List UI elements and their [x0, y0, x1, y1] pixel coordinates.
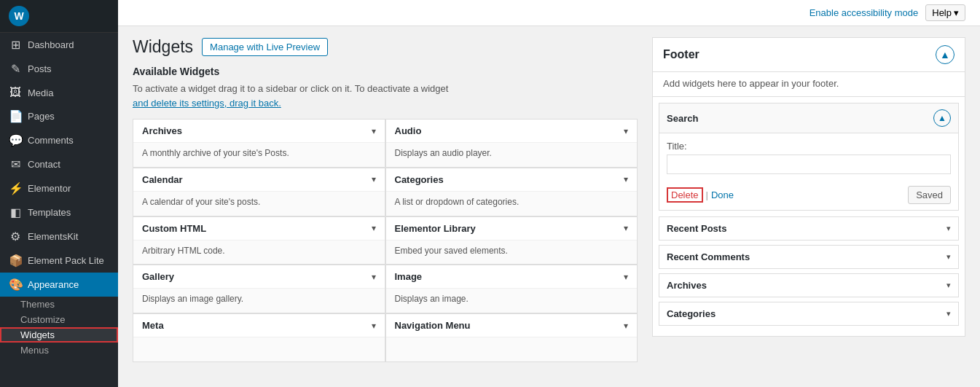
sidebar-item-label: Dashboard	[28, 39, 74, 50]
widget-toggle-icon[interactable]: ▾	[624, 272, 628, 282]
sidebar-item-label: Element Pack Lite	[28, 255, 104, 266]
footer-collapse-button[interactable]: ▲	[936, 45, 954, 64]
elementpack-icon: 📦	[9, 254, 22, 267]
search-widget-expanded: Search ▲ Title: Delete | Done Saved	[659, 103, 959, 211]
sidebar-item-elementor[interactable]: ⚡ Elementor	[0, 176, 118, 200]
title-field-label: Title:	[667, 141, 951, 152]
widget-toggle-icon[interactable]: ▾	[624, 126, 628, 136]
live-preview-button[interactable]: Manage with Live Preview	[202, 38, 328, 56]
widget-toggle-icon[interactable]: ▾	[372, 272, 376, 282]
appearance-icon: 🎨	[9, 278, 22, 292]
widget-navigation-menu: Navigation Menu ▾	[385, 313, 638, 362]
search-widget-footer: Delete | Done Saved	[659, 181, 958, 210]
sidebar-item-comments[interactable]: 💬 Comments	[0, 128, 118, 152]
page-content: Widgets Manage with Live Preview Availab…	[118, 26, 980, 373]
dashboard-icon: ⊞	[9, 38, 22, 52]
pipe-separator: |	[706, 189, 708, 200]
search-widget-header: Search ▲	[659, 103, 958, 133]
sidebar-item-elementskit[interactable]: ⚙ ElementsKit	[0, 224, 118, 249]
footer-widget-row[interactable]: Archives ▾	[659, 274, 958, 297]
wp-logo-icon: W	[9, 6, 29, 26]
widget-toggle-icon[interactable]: ▾	[624, 321, 628, 331]
widget-calendar: Calendar ▾ A calendar of your site's pos…	[133, 168, 385, 216]
widget-header[interactable]: Navigation Menu ▾	[386, 314, 638, 337]
footer-desc: Add widgets here to appear in your foote…	[653, 72, 965, 97]
media-icon: 🖼	[9, 86, 22, 99]
sidebar: W ⊞ Dashboard ✎ Posts 🖼 Media 📄 Pages 💬 …	[0, 0, 118, 387]
widget-archives: Archives ▾ A monthly archive of your sit…	[133, 119, 385, 168]
widget-header[interactable]: Meta ▾	[133, 314, 385, 337]
widget-header[interactable]: Elementor Library ▾	[386, 217, 638, 241]
widget-header[interactable]: Archives ▾	[133, 120, 385, 143]
widget-header[interactable]: Categories ▾	[386, 168, 638, 192]
footer-widget-row[interactable]: Recent Comments ▾	[659, 246, 958, 268]
sidebar-sub-customize[interactable]: Customize	[0, 312, 118, 327]
footer-widget-recent-comments: Recent Comments ▾	[659, 245, 959, 269]
widget-elementor-library: Elementor Library ▾ Embed your saved ele…	[385, 216, 638, 265]
footer-widget-categories: Categories ▾	[659, 302, 959, 326]
widget-toggle-icon[interactable]: ▾	[372, 126, 376, 136]
sidebar-logo: W	[0, 0, 118, 33]
footer-bottom-space	[653, 330, 965, 336]
chevron-down-icon: ▾	[946, 281, 951, 290]
accessibility-mode-link[interactable]: Enable accessibility mode	[810, 7, 919, 18]
footer-widget-row[interactable]: Categories ▾	[659, 302, 958, 325]
sidebar-item-posts[interactable]: ✎ Posts	[0, 57, 118, 81]
help-button[interactable]: Help ▾	[925, 4, 965, 21]
widget-grid: Archives ▾ A monthly archive of your sit…	[133, 119, 638, 362]
available-widgets-desc: To activate a widget drag it to a sideba…	[133, 82, 638, 110]
sidebar-item-label: Appearance	[28, 279, 79, 290]
main-content: Enable accessibility mode Help ▾ Widgets…	[118, 0, 980, 387]
search-widget-toggle-button[interactable]: ▲	[933, 109, 951, 127]
widget-header[interactable]: Image ▾	[386, 265, 638, 289]
widget-header[interactable]: Audio ▾	[386, 120, 638, 143]
sidebar-item-label: Media	[28, 87, 53, 98]
sidebar-item-label: Comments	[28, 135, 74, 146]
widget-audio: Audio ▾ Displays an audio player.	[385, 119, 638, 168]
widget-custom-html: Custom HTML ▾ Arbitrary HTML code.	[133, 216, 385, 265]
widget-header[interactable]: Custom HTML ▾	[133, 217, 385, 241]
done-link[interactable]: Done	[711, 189, 734, 200]
delete-link[interactable]: Delete	[667, 187, 703, 203]
widget-toggle-icon[interactable]: ▾	[372, 174, 376, 184]
sidebar-sub-menus[interactable]: Menus	[0, 343, 118, 358]
widget-toggle-icon[interactable]: ▾	[624, 174, 628, 184]
page-title: Widgets	[133, 37, 193, 57]
sidebar-item-media[interactable]: 🖼 Media	[0, 81, 118, 104]
pages-icon: 📄	[9, 109, 22, 123]
topbar: Enable accessibility mode Help ▾	[118, 0, 980, 26]
chevron-down-icon: ▾	[946, 224, 951, 233]
desc-link[interactable]: and delete its settings, drag it back.	[133, 98, 281, 109]
sidebar-item-appearance[interactable]: 🎨 Appearance	[0, 273, 118, 297]
widget-header[interactable]: Calendar ▾	[133, 168, 385, 192]
search-widget-title: Search	[667, 113, 698, 124]
widget-categories: Categories ▾ A list or dropdown of categ…	[385, 168, 638, 216]
widget-toggle-icon[interactable]: ▾	[372, 223, 376, 233]
elementor-icon: ⚡	[9, 181, 22, 195]
footer-widget-row[interactable]: Recent Posts ▾	[659, 217, 958, 240]
sidebar-sub-themes[interactable]: Themes	[0, 297, 118, 312]
title-field-input[interactable]	[667, 155, 951, 174]
widgets-main: Widgets Manage with Live Preview Availab…	[133, 37, 638, 362]
sidebar-item-elementpack[interactable]: 📦 Element Pack Lite	[0, 249, 118, 273]
footer-header: Footer ▲	[653, 38, 965, 72]
footer-title: Footer	[663, 48, 699, 61]
widget-meta: Meta ▾	[133, 313, 385, 362]
sidebar-item-dashboard[interactable]: ⊞ Dashboard	[0, 33, 118, 57]
footer-panel: Footer ▲ Add widgets here to appear in y…	[652, 37, 965, 362]
chevron-down-icon: ▾	[946, 252, 951, 262]
sidebar-item-templates[interactable]: ◧ Templates	[0, 200, 118, 224]
widget-toggle-icon[interactable]: ▾	[624, 223, 628, 233]
sidebar-item-pages[interactable]: 📄 Pages	[0, 104, 118, 128]
footer-box: Footer ▲ Add widgets here to appear in y…	[652, 37, 965, 337]
widget-toggle-icon[interactable]: ▾	[372, 321, 376, 331]
widget-header[interactable]: Gallery ▾	[133, 265, 385, 289]
posts-icon: ✎	[9, 62, 22, 76]
sidebar-item-label: ElementsKit	[28, 231, 78, 242]
sidebar-item-contact[interactable]: ✉ Contact	[0, 152, 118, 176]
widget-image: Image ▾ Displays an image.	[385, 265, 638, 313]
chevron-down-icon: ▾	[946, 309, 951, 318]
sidebar-item-label: Templates	[28, 207, 71, 218]
comments-icon: 💬	[9, 133, 22, 147]
sidebar-sub-widgets[interactable]: Widgets	[0, 327, 118, 343]
